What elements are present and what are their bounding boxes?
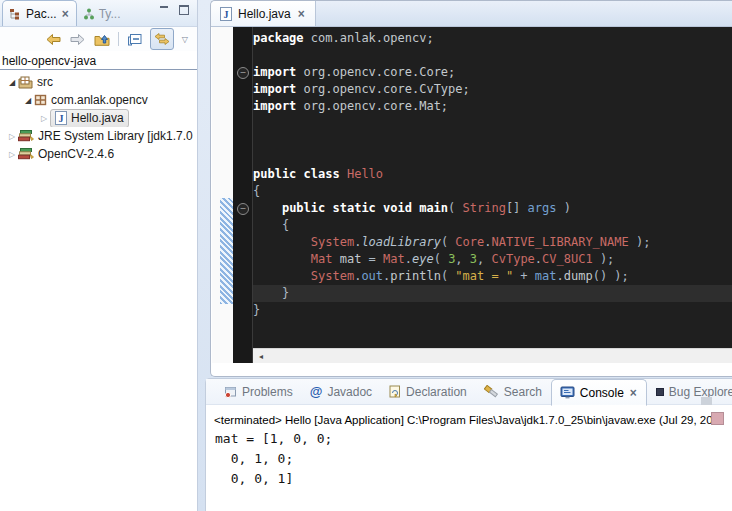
minimize-button[interactable] <box>158 5 169 16</box>
range-indicator <box>220 198 233 304</box>
svg-text:J: J <box>224 9 229 20</box>
problems-icon <box>224 386 237 398</box>
current-line-highlight: } <box>253 285 732 302</box>
tab-label: Ty... <box>99 7 121 21</box>
code-line <box>253 47 732 64</box>
package-explorer-view: Pac... × Ty... ▽ <box>0 0 198 511</box>
tab-declaration[interactable]: Declaration <box>381 380 475 404</box>
console-output-line: 0, 1, 0; <box>215 449 732 469</box>
package-explorer-icon <box>9 8 22 20</box>
console-output-line: mat = [1, 0, 0; <box>215 429 732 449</box>
code-line: public static void main( String[] args ) <box>253 200 732 217</box>
code-line: package com.anlak.opencv; <box>253 30 732 47</box>
tree-item-com-anlak-opencv[interactable]: ◢com.anlak.opencv <box>0 91 197 109</box>
code-line: import org.opencv.core.CvType; <box>253 81 732 98</box>
close-icon[interactable]: × <box>297 9 306 19</box>
library-icon <box>18 148 34 160</box>
library-icon <box>18 130 34 142</box>
maximize-button[interactable] <box>178 5 189 16</box>
tree-twistie-icon[interactable]: ▷ <box>38 114 50 123</box>
tab-label: Problems <box>242 385 293 399</box>
tree-twistie-icon[interactable]: ◢ <box>22 96 34 105</box>
code-line: import org.opencv.core.Mat; <box>253 98 732 115</box>
bug-square-icon <box>656 388 664 396</box>
console-title: <terminated> Hello [Java Application] C:… <box>214 414 732 426</box>
tree-selection[interactable]: JHello.java <box>50 109 129 127</box>
code-line: System.out.println( "mat = " + mat.dump(… <box>253 268 732 285</box>
tree-twistie-icon[interactable]: ▷ <box>6 150 18 159</box>
view-menu-button[interactable]: ▽ <box>181 29 189 49</box>
tree-item-src[interactable]: ◢src <box>0 73 197 91</box>
tab-problems[interactable]: Problems <box>216 380 301 404</box>
package-explorer-tabbar: Pac... × Ty... <box>0 0 197 27</box>
tree-item-label: Hello.java <box>71 111 124 125</box>
tree-item-hello-java[interactable]: ▷JHello.java <box>0 109 197 127</box>
forward-button[interactable] <box>69 29 86 49</box>
tree-item-jre-system-library-jdk1-7-0[interactable]: ▷JRE System Library [jdk1.7.0 <box>0 127 197 145</box>
code-line: public class Hello <box>253 166 732 183</box>
java-file-icon: J <box>220 7 232 21</box>
type-hierarchy-icon <box>83 8 95 20</box>
editor-tab-label: Hello.java <box>238 7 291 21</box>
tab-package-explorer[interactable]: Pac... × <box>2 0 77 26</box>
console-output[interactable]: mat = [1, 0, 0; 0, 1, 0; 0, 0, 1] <box>215 429 732 489</box>
minimize-icon <box>160 6 168 8</box>
tree-item-label: JRE System Library [jdk1.7.0 <box>38 129 193 143</box>
tab-search[interactable]: Search <box>476 380 550 404</box>
tab-label: Declaration <box>406 385 467 399</box>
console-output-line: 0, 0, 1] <box>215 469 732 489</box>
tab-bug-explorer[interactable]: Bug Explorer <box>648 380 732 404</box>
tab-label: Javadoc <box>327 385 372 399</box>
search-icon <box>484 385 499 398</box>
tree-twistie-icon[interactable]: ▷ <box>6 132 18 141</box>
tab-type-hierarchy[interactable]: Ty... <box>77 2 127 26</box>
code-line: { <box>253 217 732 234</box>
view-window-buttons <box>158 5 189 16</box>
close-icon[interactable]: × <box>629 388 638 398</box>
code-line: } <box>253 302 732 319</box>
collapse-all-button[interactable] <box>126 29 143 49</box>
code-line: { <box>253 183 732 200</box>
tree-item-label: src <box>37 75 53 89</box>
editor-body: –– package com.anlak.opencv;import org.o… <box>212 27 732 363</box>
tab-console[interactable]: Console× <box>551 379 647 406</box>
console-toolbar-partial-icon[interactable] <box>701 397 712 405</box>
bottom-tabbar: Problems@JavadocDeclarationSearchConsole… <box>206 379 732 405</box>
java-file-icon: J <box>55 111 67 125</box>
close-icon[interactable]: × <box>61 9 70 19</box>
bottom-panel: Problems@JavadocDeclarationSearchConsole… <box>205 378 732 511</box>
maximize-icon <box>179 5 189 15</box>
annotation-ruler[interactable] <box>212 27 233 363</box>
editor-tabstrip: J Hello.java × <box>211 1 732 27</box>
folding-gutter[interactable]: –– <box>233 27 253 363</box>
code-line <box>253 132 732 149</box>
arrow-left-icon <box>46 34 61 45</box>
back-button[interactable] <box>45 29 62 49</box>
toolbar-separator <box>118 32 119 46</box>
tree-item-opencv-2-4-6[interactable]: ▷OpenCV-2.4.6 <box>0 145 197 163</box>
editor-tab-hello-java[interactable]: J Hello.java × <box>211 1 316 26</box>
console-icon <box>560 386 575 399</box>
project-label: hello-opencv-java <box>0 51 197 70</box>
link-with-editor-button[interactable] <box>150 28 174 50</box>
horizontal-scrollbar[interactable]: ◂ <box>253 348 732 363</box>
chevron-down-icon: ▽ <box>182 35 188 44</box>
javadoc-icon: @ <box>310 384 323 399</box>
go-into-button[interactable] <box>93 29 111 49</box>
package-icon <box>34 94 47 106</box>
package-explorer-tree: ◢src◢com.anlak.opencv▷JHello.java▷JRE Sy… <box>0 70 197 163</box>
tree-twistie-icon[interactable]: ◢ <box>6 78 18 87</box>
fold-collapse-icon[interactable]: – <box>237 203 249 215</box>
fold-collapse-icon[interactable]: – <box>237 67 249 79</box>
svg-text:J: J <box>59 113 64 124</box>
tab-javadoc[interactable]: @Javadoc <box>302 380 380 404</box>
tab-label: Console <box>580 386 624 400</box>
scroll-left-arrow-icon[interactable]: ◂ <box>253 350 269 363</box>
console-toolbar-icon[interactable] <box>711 412 724 425</box>
collapse-all-icon <box>127 33 142 46</box>
editor-pane: J Hello.java × –– package com.anlak.open… <box>210 0 732 377</box>
editor-code-column: package com.anlak.opencv;import org.open… <box>253 27 732 363</box>
code-line: System.loadLibrary( Core.NATIVE_LIBRARY_… <box>253 234 732 251</box>
code-editor[interactable]: package com.anlak.opencv;import org.open… <box>253 27 732 348</box>
code-line <box>253 149 732 166</box>
